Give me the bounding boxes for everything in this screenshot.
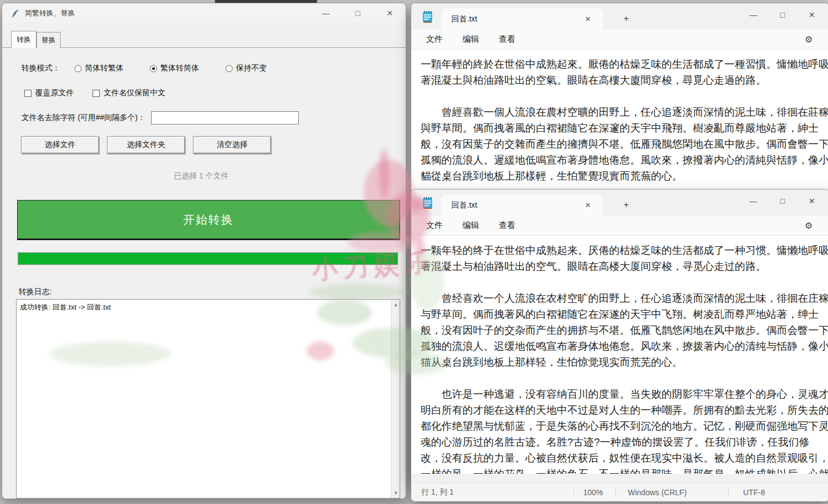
radio-s2t-icon[interactable] bbox=[74, 65, 82, 72]
paragraph: 也许是一种逃避，没有容纳百川的度量。当失败的阴影牢牢罩住整个的身心，灵魂才明白所… bbox=[421, 386, 828, 474]
minimize-button[interactable]: — bbox=[739, 3, 768, 26]
notepad-tab-title: 回首.txt bbox=[451, 14, 477, 24]
selection-status: 已选择 1 个文件 bbox=[2, 171, 400, 181]
log-label: 转换日志: bbox=[19, 287, 52, 297]
notepad-tab[interactable]: 回首.txt ✕ bbox=[442, 194, 603, 216]
minimize-button[interactable]: — bbox=[739, 189, 768, 213]
notepad-window-simplified: 回首.txt ✕ + — □ ✕ 文件 编辑 查看 ⚙ 一颗年轻的终于在世俗中成… bbox=[411, 189, 828, 502]
strip-chars-input[interactable] bbox=[151, 111, 299, 124]
menu-view[interactable]: 查看 bbox=[494, 32, 520, 47]
new-tab-button[interactable]: + bbox=[619, 11, 634, 26]
log-line: 成功转换: 回首.txt -> 回首.txt bbox=[17, 300, 400, 315]
radio-keep-label: 保持不变 bbox=[236, 63, 267, 73]
checkbox-keep-chinese[interactable]: 文件名仅保留中文 bbox=[93, 88, 165, 98]
close-button[interactable]: ✕ bbox=[374, 4, 406, 23]
maximize-button[interactable]: □ bbox=[342, 4, 374, 23]
notepad-app-icon bbox=[421, 10, 434, 24]
maximize-button[interactable]: □ bbox=[768, 189, 797, 213]
menu-edit[interactable]: 编辑 bbox=[458, 32, 484, 47]
maximize-button[interactable]: □ bbox=[768, 3, 797, 26]
menu-file[interactable]: 文件 bbox=[421, 218, 448, 233]
settings-gear-icon[interactable]: ⚙ bbox=[805, 220, 813, 231]
radio-t2s[interactable]: 繁体转简体 bbox=[150, 63, 199, 73]
paragraph: 一颗年轻的终于在世俗中成熟起来。厌倦的枯燥乏味的生活都成了一种习惯。慵懒地呼吸著… bbox=[421, 242, 828, 274]
scroll-down-icon[interactable]: ▼ bbox=[391, 489, 400, 497]
tab-convert[interactable]: 转换 bbox=[11, 31, 36, 48]
notepad-menubar: 文件 编辑 查看 ⚙ bbox=[411, 216, 828, 236]
tab-close-icon[interactable]: ✕ bbox=[585, 15, 591, 23]
converter-window: 简繁转换、替换 — □ ✕ 转换 替换 转换模式： 简体转繁体 繁体转简体 保持… bbox=[2, 3, 406, 499]
radio-s2t[interactable]: 简体转繁体 bbox=[74, 63, 123, 73]
tab-strip: 转换 替换 bbox=[11, 31, 406, 48]
radio-keep[interactable]: 保持不变 bbox=[225, 63, 267, 73]
clear-selection-button[interactable]: 清空选择 bbox=[193, 136, 271, 154]
log-box[interactable]: 成功转换: 回首.txt -> 回首.txt ▲ ▼ bbox=[16, 299, 400, 498]
close-button[interactable]: ✕ bbox=[797, 3, 826, 26]
checkbox-keep-chinese-box[interactable] bbox=[93, 90, 100, 97]
converter-titlebar: 简繁转换、替换 — □ ✕ bbox=[2, 3, 406, 23]
select-files-button[interactable]: 选择文件 bbox=[21, 136, 99, 154]
start-convert-button[interactable]: 开始转换 bbox=[17, 200, 400, 240]
paragraph: 曾经喜欢一个人流浪在农村空旷的田野上，任心追逐淡而深情的泥土味，徘徊在庄稼与野草… bbox=[421, 290, 828, 370]
scroll-up-icon[interactable]: ▲ bbox=[391, 300, 400, 309]
checkbox-overwrite-label: 覆盖原文件 bbox=[35, 88, 74, 98]
new-tab-button[interactable]: + bbox=[619, 197, 634, 213]
close-button[interactable]: ✕ bbox=[797, 189, 826, 213]
checkbox-keep-chinese-label: 文件名仅保留中文 bbox=[104, 88, 165, 98]
notepad-tab[interactable]: 回首.txt ✕ bbox=[442, 8, 603, 30]
minimize-button[interactable]: — bbox=[310, 4, 342, 23]
tab-close-icon[interactable]: ✕ bbox=[585, 201, 591, 209]
checkbox-overwrite[interactable]: 覆盖原文件 bbox=[24, 88, 74, 98]
log-scrollbar[interactable]: ▲ ▼ bbox=[391, 300, 400, 498]
convert-tab-page: 转换模式： 简体转繁体 繁体转简体 保持不变 覆盖原文件 文件名仅保留中文 bbox=[2, 47, 406, 499]
notepad-app-icon bbox=[421, 196, 434, 210]
status-zoom-level[interactable]: 100% bbox=[574, 487, 615, 498]
notepad-menubar: 文件 编辑 查看 ⚙ bbox=[411, 30, 828, 50]
select-folder-button[interactable]: 选择文件夹 bbox=[107, 136, 185, 154]
status-line-ending[interactable]: Windows (CRLF) bbox=[615, 487, 728, 498]
radio-s2t-label: 简体转繁体 bbox=[85, 63, 123, 73]
settings-gear-icon[interactable]: ⚙ bbox=[805, 34, 813, 45]
paragraph: 一顆年輕的終於在世俗中成熟起來。厭倦的枯燥乏味的生活都成了一種習慣。慵懶地呼吸著… bbox=[421, 56, 828, 88]
status-cursor-position: 行 1, 列 1 bbox=[411, 487, 574, 498]
menu-edit[interactable]: 编辑 bbox=[458, 218, 484, 233]
progress-bar bbox=[18, 252, 398, 265]
radio-t2s-icon[interactable] bbox=[150, 65, 157, 72]
progress-bar-fill bbox=[18, 253, 397, 264]
notepad-tabbar: 回首.txt ✕ + — □ ✕ bbox=[411, 3, 828, 30]
tab-replace[interactable]: 替换 bbox=[36, 32, 61, 48]
window-title: 简繁转换、替换 bbox=[25, 8, 75, 18]
paragraph: 曾經喜歡一個人流浪在農村空曠的田野上，任心追逐淡而深情的泥土味，徘徊在莊稼與野草… bbox=[421, 104, 828, 184]
notepad-tab-title: 回首.txt bbox=[451, 200, 477, 210]
notepad-statusbar: 行 1, 列 1 100% Windows (CRLF) UTF-8 bbox=[411, 483, 828, 501]
menu-file[interactable]: 文件 bbox=[421, 32, 448, 47]
menu-view[interactable]: 查看 bbox=[494, 218, 520, 233]
notepad-tabbar: 回首.txt ✕ + — □ ✕ bbox=[411, 189, 828, 216]
status-encoding[interactable]: UTF-8 bbox=[728, 487, 765, 498]
tk-feather-icon bbox=[11, 9, 20, 18]
mode-label: 转换模式： bbox=[21, 63, 60, 73]
notepad-text-area[interactable]: 一颗年轻的终于在世俗中成熟起来。厌倦的枯燥乏味的生活都成了一种习惯。慵懒地呼吸著… bbox=[411, 236, 828, 474]
strip-chars-label: 文件名去除字符 (可用##间隔多个)： bbox=[21, 113, 146, 123]
radio-keep-icon[interactable] bbox=[225, 65, 233, 72]
checkbox-overwrite-box[interactable] bbox=[24, 90, 31, 97]
radio-t2s-label: 繁体转简体 bbox=[160, 63, 199, 73]
